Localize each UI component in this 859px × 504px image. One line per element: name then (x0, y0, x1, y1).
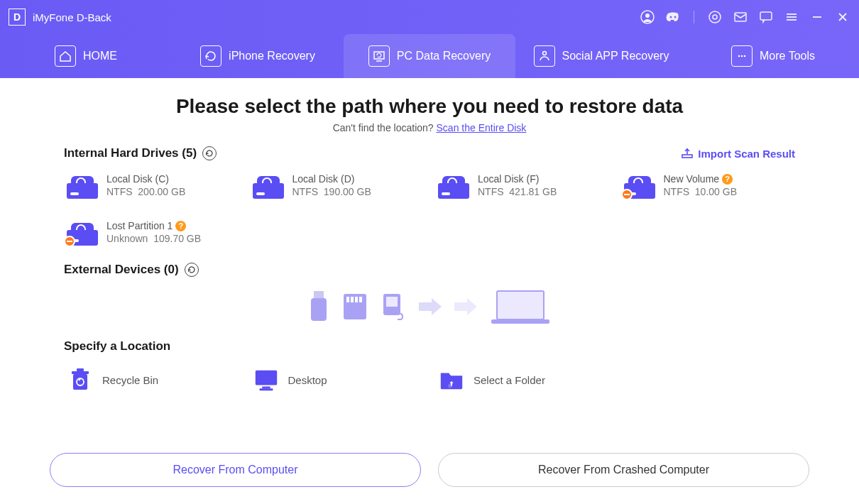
location-grid: Recycle Bin Desktop Select a Folder (64, 363, 795, 396)
tab-social-recovery[interactable]: Social APP Recovery (515, 34, 687, 78)
drive-item[interactable]: Local Disk (D) NTFS 190.00 GB (250, 170, 425, 202)
app-logo-icon: D (9, 9, 26, 26)
svg-rect-31 (491, 319, 549, 324)
arrow-icon (417, 297, 443, 317)
drive-info: Local Disk (C) NTFS 200.00 GB (106, 173, 185, 197)
main-nav: HOME iPhone Recovery PC Data Recovery So… (0, 34, 859, 78)
page-subtitle: Can't find the location? Scan the Entire… (64, 122, 795, 133)
svg-point-18 (741, 55, 743, 57)
location-item[interactable]: Select a Folder (435, 363, 610, 396)
svg-point-2 (670, 16, 672, 18)
svg-rect-29 (386, 297, 398, 307)
drive-icon (67, 220, 98, 246)
tab-social-label: Social APP Recovery (562, 50, 669, 62)
recover-from-crashed-button[interactable]: Recover From Crashed Computer (438, 453, 809, 487)
drive-name: Local Disk (D) (292, 173, 371, 185)
drive-name: Local Disk (C) (106, 173, 185, 185)
footer-buttons: Recover From Computer Recover From Crash… (0, 453, 859, 504)
titlebar: D iMyFone D-Back (0, 0, 859, 34)
import-scan-label: Import Scan Result (698, 148, 795, 160)
svg-rect-24 (346, 297, 349, 302)
close-button[interactable] (835, 9, 850, 25)
svg-rect-7 (760, 12, 772, 20)
drive-info: New Volume ? NTFS 10.00 GB (664, 173, 737, 197)
external-devices-header: External Devices (0) (64, 263, 795, 277)
pc-recovery-icon (368, 45, 390, 67)
svg-rect-26 (355, 297, 358, 302)
import-icon (681, 147, 694, 160)
svg-point-3 (674, 16, 677, 18)
scan-entire-disk-link[interactable]: Scan the Entire Disk (437, 122, 527, 133)
location-item[interactable]: Desktop (250, 363, 425, 396)
tab-iphone-label: iPhone Recovery (229, 50, 315, 62)
external-devices-label: External Devices (0) (64, 263, 179, 277)
internal-drives-label: Internal Hard Drives (5) (64, 146, 197, 160)
specify-location-header: Specify a Location (64, 339, 795, 354)
svg-rect-22 (311, 298, 327, 321)
help-icon[interactable]: ? (175, 221, 186, 231)
svg-rect-25 (351, 297, 354, 302)
desktop-icon (253, 366, 280, 393)
more-tools-icon (731, 45, 753, 67)
drive-item[interactable]: Local Disk (F) NTFS 421.81 GB (435, 170, 610, 202)
feedback-icon[interactable] (758, 9, 774, 25)
drive-meta: Unknown 109.70 GB (106, 233, 201, 244)
drive-icon (624, 173, 655, 199)
home-icon (55, 45, 76, 67)
svg-rect-37 (262, 387, 270, 389)
drive-icon (67, 173, 98, 199)
location-label: Desktop (288, 374, 327, 386)
drive-item[interactable]: New Volume ? NTFS 10.00 GB (621, 170, 796, 202)
svg-point-16 (542, 52, 546, 55)
help-icon[interactable]: ? (722, 174, 733, 185)
discord-icon[interactable] (665, 9, 681, 25)
drive-info: Lost Partition 1 ? Unknown 109.70 GB (106, 220, 201, 244)
mail-icon[interactable] (733, 9, 748, 25)
drive-item[interactable]: Lost Partition 1 ? Unknown 109.70 GB (64, 217, 239, 248)
app-name: iMyFone D-Back (33, 11, 111, 23)
svg-rect-36 (255, 371, 276, 385)
drive-name: Local Disk (F) (478, 173, 557, 185)
tab-home[interactable]: HOME (0, 34, 172, 78)
svg-rect-30 (497, 291, 544, 319)
internal-drives-header: Internal Hard Drives (5) Import Scan Res… (64, 146, 795, 160)
drive-item[interactable]: Local Disk (C) NTFS 200.00 GB (64, 170, 239, 202)
location-item[interactable]: Recycle Bin (64, 363, 239, 396)
tab-iphone-recovery[interactable]: iPhone Recovery (172, 34, 344, 78)
svg-point-19 (744, 55, 746, 57)
tab-pc-recovery[interactable]: PC Data Recovery (344, 34, 515, 78)
location-label: Recycle Bin (102, 374, 158, 386)
drive-name: Lost Partition 1 ? (106, 220, 201, 231)
svg-rect-6 (735, 13, 746, 21)
refresh-external-button[interactable] (185, 263, 199, 277)
social-recovery-icon (534, 45, 555, 67)
svg-rect-27 (359, 297, 362, 302)
iphone-recovery-icon (200, 45, 221, 67)
minimize-button[interactable] (809, 9, 825, 25)
svg-point-4 (709, 11, 721, 23)
drive-name: New Volume ? (664, 173, 737, 185)
tab-more-tools[interactable]: More Tools (687, 34, 859, 78)
tab-tools-label: More Tools (760, 50, 815, 62)
external-devices-placeholder (64, 287, 795, 327)
import-scan-result-button[interactable]: Import Scan Result (681, 147, 795, 160)
drive-icon (253, 173, 284, 199)
specify-location-label: Specify a Location (64, 339, 170, 354)
laptop-icon (488, 287, 552, 327)
svg-point-5 (713, 15, 717, 19)
recover-from-computer-button[interactable]: Recover From Computer (50, 453, 421, 487)
drive-meta: NTFS 200.00 GB (106, 186, 185, 197)
app-brand: D iMyFone D-Back (9, 9, 111, 26)
usb-icon (307, 290, 331, 324)
settings-icon[interactable] (707, 9, 723, 25)
svg-rect-32 (73, 374, 87, 390)
account-icon[interactable] (640, 9, 655, 25)
drive-meta: NTFS 10.00 GB (664, 186, 737, 197)
menu-icon[interactable] (784, 9, 799, 25)
refresh-drives-button[interactable] (202, 146, 217, 160)
svg-rect-21 (314, 291, 324, 298)
drive-info: Local Disk (D) NTFS 190.00 GB (292, 173, 371, 197)
location-label: Select a Folder (474, 374, 545, 386)
sdcard-icon (341, 290, 369, 324)
svg-point-1 (645, 13, 650, 18)
